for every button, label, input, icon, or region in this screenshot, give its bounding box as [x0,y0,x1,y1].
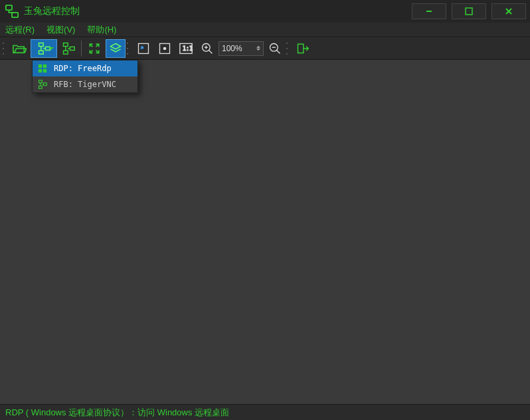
svg-rect-26 [43,64,46,68]
fullscreen-button[interactable] [84,39,104,58]
svg-rect-9 [64,43,68,46]
svg-rect-1 [12,13,18,17]
svg-rect-27 [39,69,42,72]
svg-line-18 [209,50,213,53]
svg-rect-24 [298,44,304,52]
svg-point-14 [163,47,165,49]
svg-rect-25 [39,64,42,68]
svg-text:1:1: 1:1 [183,45,193,52]
network-icon [37,80,48,89]
dropdown-item-label: RDP: FreeRdp [54,64,112,73]
status-text: RDP ( Windows 远程桌面协议）：访问 Windows 远程桌面 [5,407,229,419]
svg-rect-0 [6,5,12,10]
toolbar-grip [3,41,7,56]
new-connection-dropdown[interactable] [31,39,57,58]
svg-rect-29 [39,80,43,83]
menubar: 远程(R) 视图(V) 帮助(H) [0,23,530,37]
svg-rect-6 [39,43,44,46]
one-to-one-button[interactable]: 1:1 [176,39,196,58]
svg-rect-12 [139,43,149,53]
minimize-button[interactable] [412,3,446,19]
zoom-out-button[interactable] [265,39,285,58]
chevron-down-icon [48,47,54,50]
svg-rect-30 [39,86,43,88]
statusbar: RDP ( Windows 远程桌面协议）：访问 Windows 远程桌面 [0,404,530,420]
close-button[interactable] [491,3,526,19]
menu-remote[interactable]: 远程(R) [5,24,35,36]
titlebar: 玉兔远程控制 [0,0,530,23]
zoom-input[interactable]: 100% [219,41,264,56]
dropdown-item-rfb[interactable]: RFB: TigerVNC [33,76,137,92]
toolbar-separator [81,41,82,56]
open-connection-button[interactable] [9,39,29,58]
svg-rect-28 [43,69,46,72]
svg-rect-7 [39,51,44,54]
connection-type-dropdown: RDP: FreeRdp RFB: TigerVNC [32,60,138,93]
layers-button[interactable] [106,39,126,58]
content-area: RDP: FreeRdp RFB: TigerVNC [0,60,530,404]
toolbar: 1:1 100% [0,37,530,60]
toolbar-grip [127,41,131,56]
svg-rect-10 [64,51,68,54]
svg-rect-31 [44,83,47,86]
actual-size-button[interactable] [155,39,175,58]
window-controls [412,3,526,19]
zoom-in-button[interactable] [197,39,217,58]
menu-help[interactable]: 帮助(H) [87,24,116,36]
app-icon [4,3,20,19]
zoom-value: 100% [222,44,242,53]
menu-view[interactable]: 视图(V) [46,24,75,36]
svg-rect-3 [466,8,472,15]
app-title: 玉兔远程控制 [24,5,80,17]
windows-icon [37,64,48,73]
dropdown-item-label: RFB: TigerVNC [54,80,116,89]
svg-rect-11 [70,47,75,50]
fit-window-button[interactable] [133,39,153,58]
exit-button[interactable] [293,39,313,58]
toolbar-grip [286,41,290,56]
svg-line-22 [277,50,280,53]
maximize-button[interactable] [452,3,486,19]
zoom-spinner[interactable] [256,46,260,51]
connections-button[interactable] [58,39,78,58]
dropdown-item-rdp[interactable]: RDP: FreeRdp [33,60,137,76]
